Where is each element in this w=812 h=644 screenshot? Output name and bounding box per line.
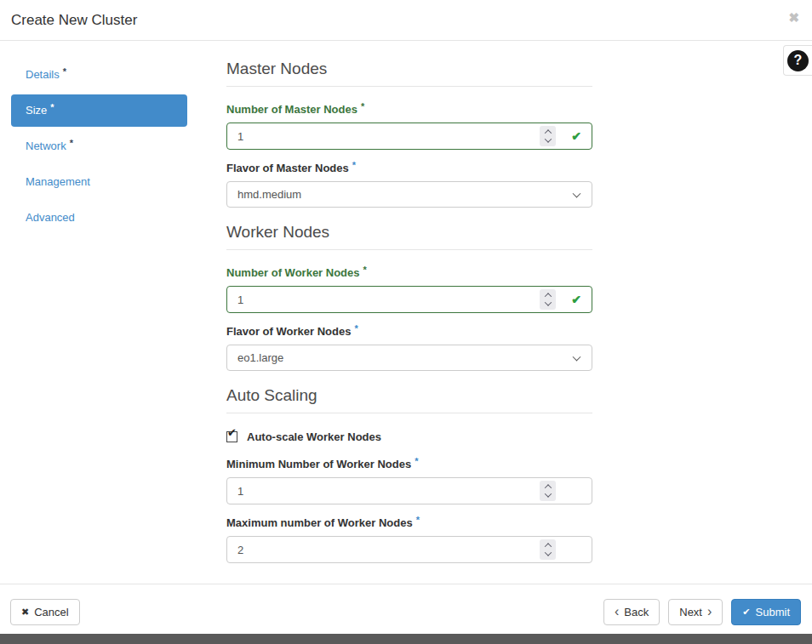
master-flavor-select[interactable]: hmd.medium: [226, 181, 592, 208]
submit-button-label: Submit: [756, 606, 790, 618]
number-spinner[interactable]: [540, 126, 556, 146]
master-flavor-label: Flavor of Master Nodes*: [226, 162, 592, 174]
min-workers-input[interactable]: [226, 477, 592, 504]
master-count-group: Number of Master Nodes* ✔: [226, 103, 592, 150]
next-button-label: Next: [679, 606, 702, 618]
required-marker: *: [352, 160, 356, 170]
min-workers-field: [226, 477, 592, 504]
modal-title: Create New Cluster: [11, 12, 137, 29]
worker-flavor-group: Flavor of Worker Nodes* eo1.large: [226, 325, 592, 371]
required-marker: *: [361, 101, 364, 111]
back-button[interactable]: ‹ Back: [603, 599, 660, 625]
label-text: Flavor of Master Nodes: [226, 162, 349, 174]
worker-count-field: ✔: [226, 286, 592, 313]
chevron-down-icon: [573, 352, 581, 361]
back-button-label: Back: [624, 606, 649, 618]
sidebar-item-size[interactable]: Size*: [11, 94, 187, 127]
help-button[interactable]: ?: [783, 45, 812, 76]
worker-count-label: Number of Worker Nodes*: [226, 266, 592, 279]
max-workers-field: [226, 536, 592, 563]
required-marker: *: [415, 456, 418, 466]
required-marker: *: [416, 515, 420, 525]
next-button[interactable]: Next ›: [668, 599, 723, 625]
selected-option: eo1.large: [237, 351, 283, 364]
label-text: Flavor of Worker Nodes: [226, 325, 351, 338]
create-cluster-screen: Create New Cluster ✖ ? Details* Size* Ne…: [0, 0, 812, 644]
checkbox-tick-icon: ✔: [227, 427, 237, 438]
label-text: Number of Master Nodes: [226, 103, 357, 116]
cancel-button-label: Cancel: [34, 606, 68, 618]
master-count-label: Number of Master Nodes*: [226, 103, 592, 116]
footer-left: ✖ Cancel: [10, 599, 80, 625]
modal-footer: ✖ Cancel ‹ Back Next › ✔ Submit: [0, 584, 812, 634]
number-spinner[interactable]: [540, 289, 556, 310]
valid-check-icon: ✔: [571, 293, 581, 306]
autoscale-checkbox[interactable]: ✔: [226, 431, 237, 442]
max-workers-group: Maximum number of Worker Nodes*: [226, 516, 592, 563]
footer-right: ‹ Back Next › ✔ Submit: [603, 599, 801, 625]
master-nodes-heading: Master Nodes: [226, 60, 592, 78]
sidebar-item-network[interactable]: Network*: [11, 130, 187, 162]
autoscale-checkbox-label: Auto-scale Worker Nodes: [247, 430, 381, 443]
label-text: Minimum Number of Worker Nodes: [226, 458, 411, 470]
min-workers-label: Minimum Number of Worker Nodes*: [226, 458, 592, 470]
sidebar-item-label: Size: [26, 104, 47, 117]
sidebar-item-label: Network: [26, 140, 66, 152]
section-divider: [226, 249, 592, 250]
spinner-down-icon[interactable]: [544, 299, 551, 305]
worker-count-group: Number of Worker Nodes* ✔: [226, 266, 592, 313]
required-marker: *: [63, 66, 66, 77]
autoscale-checkbox-row[interactable]: ✔ Auto-scale Worker Nodes: [226, 430, 592, 443]
master-count-input[interactable]: [226, 123, 592, 150]
required-marker: *: [70, 138, 73, 148]
section-divider: [226, 413, 592, 413]
label-text: Number of Worker Nodes: [226, 266, 360, 279]
sidebar-item-label: Management: [26, 175, 90, 188]
label-text: Maximum number of Worker Nodes: [226, 516, 413, 529]
sidebar-item-management[interactable]: Management: [11, 166, 187, 198]
x-icon: ✖: [21, 607, 29, 617]
sidebar-item-label: Details: [26, 68, 60, 81]
worker-count-input[interactable]: [226, 286, 592, 313]
section-divider: [226, 86, 592, 87]
page-bottom-bar: [0, 634, 812, 644]
selected-option: hmd.medium: [237, 188, 301, 201]
number-spinner[interactable]: [540, 539, 556, 560]
required-marker: *: [50, 102, 54, 112]
size-step-content: Master Nodes Number of Master Nodes* ✔ F…: [226, 54, 592, 575]
required-marker: *: [354, 323, 357, 333]
valid-check-icon: ✔: [571, 129, 581, 143]
chevron-right-icon: ›: [707, 605, 712, 618]
master-flavor-group: Flavor of Master Nodes* hmd.medium: [226, 162, 592, 208]
sidebar-item-advanced[interactable]: Advanced: [11, 202, 187, 234]
auto-scaling-heading: Auto Scaling: [226, 386, 592, 405]
chevron-down-icon: [573, 189, 581, 197]
min-workers-group: Minimum Number of Worker Nodes*: [226, 458, 592, 504]
worker-flavor-select[interactable]: eo1.large: [226, 345, 592, 371]
master-count-field: ✔: [226, 123, 592, 150]
chevron-left-icon: ‹: [615, 605, 619, 618]
check-icon: ✔: [742, 607, 750, 617]
submit-button[interactable]: ✔ Submit: [731, 599, 801, 625]
required-marker: *: [363, 265, 367, 275]
question-mark-icon: ?: [787, 50, 809, 71]
sidebar-item-details[interactable]: Details*: [11, 59, 187, 91]
spinner-down-icon[interactable]: [544, 549, 551, 556]
cancel-button[interactable]: ✖ Cancel: [10, 599, 80, 625]
worker-flavor-label: Flavor of Worker Nodes*: [226, 325, 592, 338]
worker-nodes-heading: Worker Nodes: [226, 223, 592, 242]
max-workers-label: Maximum number of Worker Nodes*: [226, 516, 592, 529]
number-spinner[interactable]: [540, 481, 556, 501]
wizard-nav: Details* Size* Network* Management Advan…: [11, 59, 187, 237]
sidebar-item-label: Advanced: [26, 211, 75, 224]
spinner-down-icon[interactable]: [544, 135, 551, 142]
close-icon[interactable]: ✖: [788, 11, 799, 24]
max-workers-input[interactable]: [226, 536, 592, 563]
modal-header: Create New Cluster ✖: [0, 0, 812, 41]
spinner-down-icon[interactable]: [544, 490, 551, 497]
